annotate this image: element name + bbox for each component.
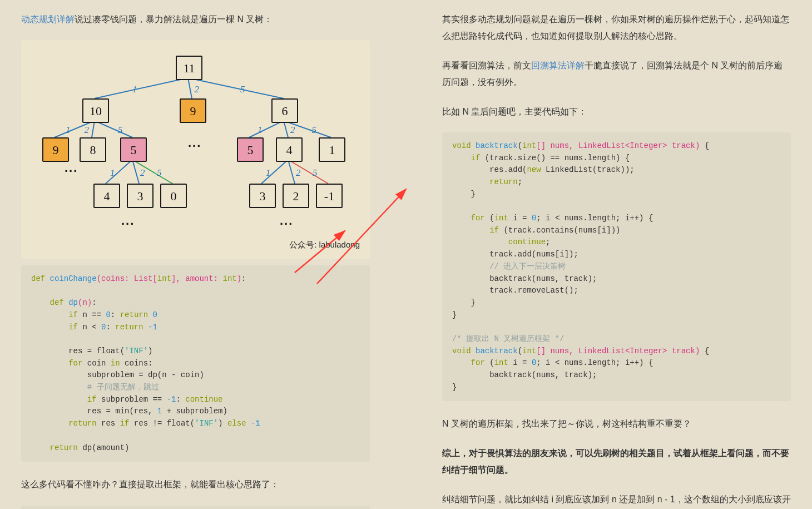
tree-node: 10 <box>82 98 109 123</box>
para-summary: 综上，对于畏惧算法的朋友来说，可以先刷树的相关题目，试着从框架上看问题，而不要纠… <box>442 445 791 479</box>
tree-edge-label: 5 <box>118 121 123 139</box>
tree-node: 5 <box>237 137 264 162</box>
para-dp-tree: 其实很多动态规划问题就是在遍历一棵树，你如果对树的遍历操作烂熟于心，起码知道怎么… <box>442 11 791 45</box>
tree-node: 0 <box>160 184 187 208</box>
intro-para: 动态规划详解说过凑零钱问题，暴力解法就是遍历一棵 N 叉树： <box>21 11 370 28</box>
para-frame-found: N 叉树的遍历框架，找出来了把～你说，树这种结构重不重要？ <box>442 416 791 432</box>
code-backtrack: void backtrack(int[] nums, LinkedList<In… <box>442 132 791 401</box>
svg-line-3 <box>188 78 192 98</box>
tree-node: 6 <box>271 98 298 123</box>
tree-ellipsis: ··· <box>121 213 135 236</box>
tree-edge-label: 5 <box>157 164 162 182</box>
tree-ellipsis: ··· <box>280 213 293 236</box>
tree-edge-label: 1 <box>258 121 263 139</box>
tree-credit: 公众号: labuladong <box>27 235 364 256</box>
para-backtrack: 再看看回溯算法，前文回溯算法详解干脆直接说了，回溯算法就是个 N 叉树的前后序遍… <box>442 57 791 91</box>
svg-line-4 <box>188 78 284 98</box>
tree-node: 1 <box>319 137 345 162</box>
tree-edge-label: 2 <box>85 121 90 139</box>
tree-edge-label: 2 <box>290 121 295 139</box>
tree-edge-label: 1 <box>266 164 271 182</box>
tree-edge-label: 1 <box>132 81 137 98</box>
mid-para: 这么多代码看不懂咋办？直接提取出框架，就能看出核心思路了： <box>21 476 370 493</box>
tree-edge-label: 2 <box>195 81 200 98</box>
svg-line-2 <box>95 78 188 98</box>
svg-line-6 <box>92 121 95 137</box>
tree-node: 4 <box>93 184 120 208</box>
tree-node: 4 <box>276 137 303 162</box>
tree-edge-label: 2 <box>140 164 145 182</box>
tree-edge-label: 2 <box>296 164 301 182</box>
left-column: 动态规划详解说过凑零钱问题，暴力解法就是遍历一棵 N 叉树： 111096985… <box>21 11 370 509</box>
tree-ellipsis: ··· <box>65 160 78 183</box>
svg-line-9 <box>284 121 288 137</box>
code-dp-frame: # 不过是一个 N 叉树的遍历问题而已 def dp(n): for coin … <box>21 506 370 509</box>
tree-node: -1 <box>316 184 343 208</box>
tree-node: 9 <box>180 98 206 123</box>
tree-edge-label: 5 <box>240 81 245 98</box>
tree-node: 9 <box>42 137 69 162</box>
tree-edge-label: 1 <box>66 121 71 139</box>
intro-rest: 说过凑零钱问题，暴力解法就是遍历一棵 N 叉树： <box>75 14 273 24</box>
link-backtrack-detail[interactable]: 回溯算法详解 <box>531 61 585 70</box>
tree-node: 2 <box>283 184 309 208</box>
svg-line-8 <box>249 121 284 137</box>
tree-node: 3 <box>127 184 154 208</box>
tree-diagram: 11109698554143032-1125125125125125······… <box>21 40 370 259</box>
right-column: 其实很多动态规划问题就是在遍历一棵树，你如果对树的遍历操作烂熟于心，起码知道怎么… <box>442 11 791 509</box>
tree-canvas: 11109698554143032-1125125125125125······… <box>27 46 364 235</box>
tree-edge-label: 5 <box>312 121 317 139</box>
tree-edge-label: 5 <box>313 164 318 182</box>
link-dp-detail[interactable]: 动态规划详解 <box>21 14 75 24</box>
tree-ellipsis: ··· <box>188 135 201 158</box>
para-details: 纠结细节问题，就比如纠结 i 到底应该加到 n 还是加到 n - 1，这个数组的… <box>442 491 791 509</box>
para-nqueens: 比如 N 皇后问题吧，主要代码如下： <box>442 103 791 120</box>
svg-line-7 <box>95 121 132 137</box>
tree-node: 11 <box>176 56 202 80</box>
code-coinchange: def coinChange(coins: List[int], amount:… <box>21 265 370 462</box>
tree-edge-label: 1 <box>110 164 115 182</box>
tree-node: 8 <box>80 137 106 162</box>
page-root: 动态规划详解说过凑零钱问题，暴力解法就是遍历一棵 N 叉树： 111096985… <box>0 0 812 509</box>
tree-node: 5 <box>120 137 147 162</box>
tree-node: 3 <box>249 184 276 208</box>
